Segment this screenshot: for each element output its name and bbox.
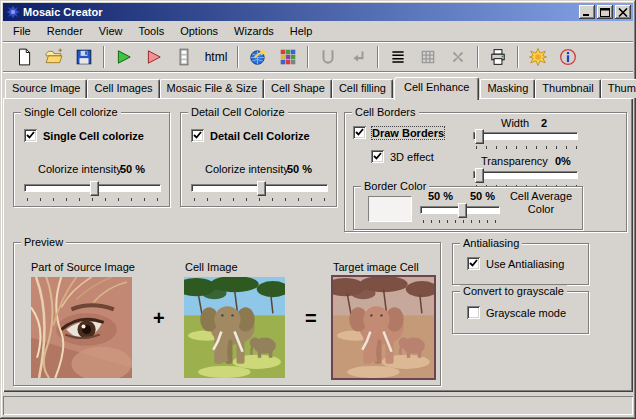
tab-source-image[interactable]: Source Image (5, 79, 87, 98)
transparency-label: Transparency (481, 155, 548, 167)
menu-help[interactable]: Help (282, 23, 321, 39)
3d-effect-checkbox-row[interactable]: 3D effect (371, 150, 434, 163)
width-value: 2 (541, 117, 547, 129)
minimize-button[interactable] (579, 5, 595, 19)
status-bar (3, 396, 633, 415)
checkbox-label: Draw Borders (372, 127, 444, 139)
cell-borders-group: Cell Borders Draw Borders 3D effect Widt… (344, 112, 627, 232)
slider-ticks (194, 198, 327, 201)
check-icon (469, 259, 478, 268)
print-icon (489, 48, 507, 66)
menu-tools[interactable]: Tools (130, 23, 172, 39)
detail-cell-colorize-group: Detail Cell Colorize Detail Cell Coloriz… (180, 112, 337, 207)
tab-cell-images[interactable]: Cell Images (87, 79, 159, 98)
save-file-icon (75, 48, 93, 66)
mosaic-grid-button[interactable] (273, 44, 303, 70)
menu-file[interactable]: File (5, 23, 39, 39)
render-preview-button[interactable] (139, 44, 169, 70)
title-bar[interactable]: Mosaic Creator (3, 3, 633, 21)
redo-icon (349, 48, 367, 66)
render-preview-icon (145, 48, 163, 66)
group-title: Single Cell colorize (21, 106, 121, 118)
slider-thumb[interactable] (475, 168, 484, 183)
draw-borders-checkbox-row[interactable]: Draw Borders (353, 126, 444, 139)
maximize-button[interactable] (597, 5, 613, 19)
source-image-label: Part of Source Image (31, 261, 135, 273)
menu-wizards[interactable]: Wizards (226, 23, 282, 39)
close-icon (618, 8, 628, 17)
render-start-button[interactable] (109, 44, 139, 70)
web-preview-button[interactable] (243, 44, 273, 70)
single-cell-colorize-group: Single Cell colorize Single Cell coloriz… (13, 112, 170, 207)
undo-button[interactable] (313, 44, 343, 70)
html-export-button[interactable]: html (199, 44, 233, 70)
group-title: Border Color (361, 180, 429, 192)
checkbox-label: Use Antialiasing (486, 258, 564, 270)
tab-cell-filling[interactable]: Cell filling (332, 79, 393, 98)
plus-sign: + (153, 307, 165, 330)
toolbar-separator (477, 46, 479, 68)
tab-masking[interactable]: Masking (480, 79, 535, 98)
colorize-intensity-slider[interactable] (191, 181, 328, 202)
cell-list-button[interactable] (383, 44, 413, 70)
menu-render[interactable]: Render (39, 23, 91, 39)
border-width-slider[interactable] (473, 129, 578, 150)
about-info-icon (559, 48, 577, 66)
tab-thumb-images[interactable]: Thumb Images (601, 79, 636, 98)
target-image-preview (331, 275, 436, 380)
grayscale-mode-checkbox-row[interactable]: Grayscale mode (467, 306, 566, 319)
save-file-button[interactable] (69, 44, 99, 70)
print-button[interactable] (483, 44, 513, 70)
tab-thumbnail[interactable]: Thumbnail (535, 79, 600, 98)
cell-list-icon (389, 48, 407, 66)
border-color-mix-slider[interactable] (420, 203, 500, 224)
grayscale-mode-checkbox[interactable] (467, 306, 480, 319)
use-antialiasing-checkbox-row[interactable]: Use Antialiasing (467, 257, 564, 270)
slider-track[interactable] (473, 132, 578, 140)
toolbar-separator (103, 46, 105, 68)
slider-thumb[interactable] (475, 129, 484, 144)
detail-cell-colorize-checkbox[interactable] (191, 129, 204, 142)
colorize-intensity-slider[interactable] (24, 181, 161, 202)
about-info-button[interactable] (553, 44, 583, 70)
redo-button[interactable] (343, 44, 373, 70)
minimize-icon (582, 8, 592, 17)
undo-icon (319, 48, 337, 66)
single-cell-colorize-checkbox-row[interactable]: Single Cell colorize (24, 129, 144, 142)
close-button[interactable] (615, 5, 631, 19)
source-image-preview (31, 277, 132, 378)
tab-cell-shape[interactable]: Cell Shape (264, 79, 332, 98)
antialiasing-group: Antialiasing Use Antialiasing (452, 243, 589, 285)
slider-thumb[interactable] (458, 203, 467, 218)
cell-split-button[interactable] (443, 44, 473, 70)
3d-effect-checkbox[interactable] (371, 150, 384, 163)
slider-thumb[interactable] (257, 181, 266, 196)
menu-view[interactable]: View (91, 23, 131, 39)
tab-cell-enhance[interactable]: Cell Enhance (394, 77, 479, 100)
toolbar-separator (307, 46, 309, 68)
detail-cell-colorize-checkbox-row[interactable]: Detail Cell Colorize (191, 129, 310, 142)
menu-bar: File Render View Tools Options Wizards H… (3, 22, 633, 40)
toolbar-separator (517, 46, 519, 68)
use-antialiasing-checkbox[interactable] (467, 257, 480, 270)
open-file-button[interactable] (39, 44, 69, 70)
slider-track[interactable] (473, 171, 578, 179)
slider-ticks (27, 198, 160, 201)
intensity-value: 50 % (120, 163, 145, 175)
single-cell-colorize-checkbox[interactable] (24, 129, 37, 142)
filmstrip-button[interactable] (169, 44, 199, 70)
menu-options[interactable]: Options (172, 23, 226, 39)
target-image-label: Target image Cell (333, 261, 419, 273)
new-file-button[interactable] (9, 44, 39, 70)
group-title: Cell Borders (352, 106, 419, 118)
checkbox-label: 3D effect (390, 151, 434, 163)
wizard-button[interactable] (523, 44, 553, 70)
tab-mosaic-file-size[interactable]: Mosaic File & Size (160, 79, 264, 98)
cell-grid-button[interactable] (413, 44, 443, 70)
border-color-swatch[interactable] (368, 196, 412, 222)
new-file-icon (15, 48, 33, 66)
checkbox-label: Detail Cell Colorize (210, 130, 310, 142)
group-title: Antialiasing (460, 237, 522, 249)
slider-thumb[interactable] (90, 181, 99, 196)
draw-borders-checkbox[interactable] (353, 126, 366, 139)
